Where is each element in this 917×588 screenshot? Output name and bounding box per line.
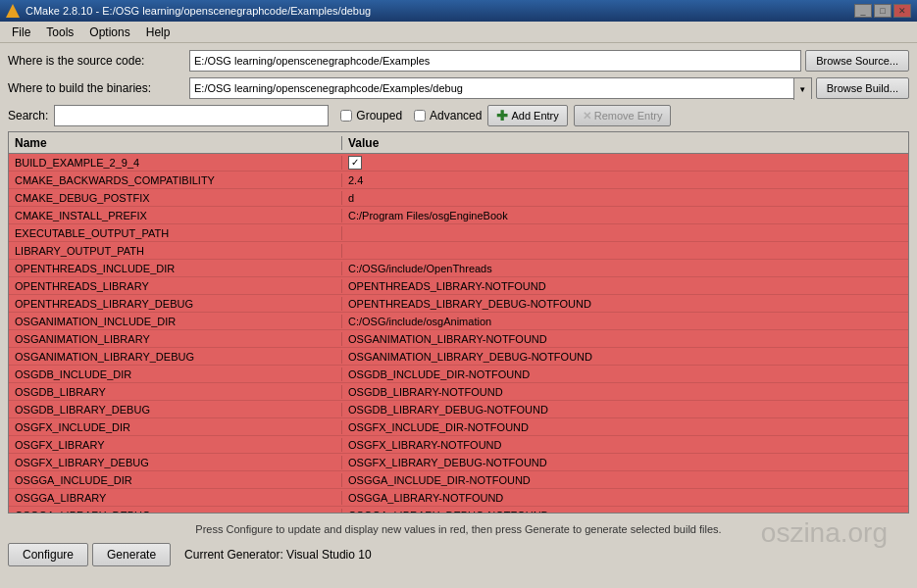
table-row[interactable]: OSGANIMATION_LIBRARY_DEBUGOSGANIMATION_L…: [9, 348, 908, 366]
cell-value: C:/Program Files/osgEngineBook: [342, 209, 908, 222]
cell-value: OSGGA_LIBRARY_DEBUG-NOTFOUND: [342, 509, 908, 514]
grouped-label: Grouped: [356, 109, 402, 122]
search-input[interactable]: [54, 105, 329, 126]
cell-name: OSGDB_LIBRARY_DEBUG: [9, 403, 342, 416]
close-button[interactable]: ✕: [893, 4, 911, 18]
table-row[interactable]: OSGDB_INCLUDE_DIROSGDB_INCLUDE_DIR-NOTFO…: [9, 366, 908, 383]
cell-name: OSGFX_LIBRARY_DEBUG: [9, 456, 342, 469]
table-row[interactable]: OPENTHREADS_LIBRARYOPENTHREADS_LIBRARY-N…: [9, 277, 908, 295]
window-controls: _ □ ✕: [854, 4, 911, 18]
main-content: Where is the source code: Browse Source.…: [0, 43, 917, 519]
cell-value: OSGFX_INCLUDE_DIR-NOTFOUND: [342, 420, 908, 434]
cell-name: BUILD_EXAMPLE_2_9_4: [9, 156, 342, 170]
configure-button[interactable]: Configure: [8, 543, 88, 566]
generate-button[interactable]: Generate: [92, 543, 171, 566]
table-body: BUILD_EXAMPLE_2_9_4✓CMAKE_BACKWARDS_COMP…: [9, 154, 908, 514]
source-label: Where is the source code:: [8, 54, 189, 68]
plus-icon: ✚: [496, 108, 508, 123]
browse-source-button[interactable]: Browse Source...: [805, 50, 909, 72]
cell-value: OSGGA_LIBRARY-NOTFOUND: [342, 491, 908, 505]
table-row[interactable]: OPENTHREADS_INCLUDE_DIRC:/OSG/include/Op…: [9, 260, 908, 277]
minimize-button[interactable]: _: [854, 4, 872, 18]
table-row[interactable]: OSGGA_LIBRARYOSGGA_LIBRARY-NOTFOUND: [9, 489, 908, 507]
cell-name: LIBRARY_OUTPUT_PATH: [9, 244, 342, 258]
status-area: Press Configure to update and display ne…: [0, 519, 917, 539]
table-row[interactable]: OSGFX_LIBRARY_DEBUGOSGFX_LIBRARY_DEBUG-N…: [9, 454, 908, 471]
cell-value: 2.4: [342, 173, 908, 187]
grouped-checkbox-group: Grouped: [340, 109, 402, 122]
cell-name: OPENTHREADS_LIBRARY_DEBUG: [9, 297, 342, 311]
cell-value: ✓: [342, 155, 908, 171]
value-checkbox[interactable]: ✓: [348, 156, 362, 170]
menu-tools[interactable]: Tools: [38, 24, 81, 41]
cell-name: OSGANIMATION_LIBRARY_DEBUG: [9, 350, 342, 364]
cell-name: CMAKE_DEBUG_POSTFIX: [9, 191, 342, 205]
search-label: Search:: [8, 109, 48, 122]
dropdown-arrow-icon[interactable]: ▼: [793, 78, 811, 100]
search-row: Search: Grouped Advanced ✚ Add Entry ✕ R…: [8, 104, 909, 127]
x-icon: ✕: [583, 110, 591, 122]
menu-file[interactable]: File: [4, 24, 38, 41]
advanced-label: Advanced: [430, 109, 482, 122]
table-row[interactable]: LIBRARY_OUTPUT_PATH: [9, 242, 908, 260]
cell-value: OSGFX_LIBRARY-NOTFOUND: [342, 438, 908, 452]
bottom-buttons-area: Configure Generate Current Generator: Vi…: [0, 539, 917, 570]
table-row[interactable]: OPENTHREADS_LIBRARY_DEBUGOPENTHREADS_LIB…: [9, 295, 908, 313]
cell-value: C:/OSG/include/OpenThreads: [342, 262, 908, 275]
source-input[interactable]: [189, 50, 801, 72]
build-path-value: E:/OSG learning/openscenegraphcode/Examp…: [194, 82, 463, 94]
table-row[interactable]: BUILD_EXAMPLE_2_9_4✓: [9, 154, 908, 172]
cell-name: EXECUTABLE_OUTPUT_PATH: [9, 226, 342, 240]
cell-value: [342, 232, 908, 234]
advanced-checkbox[interactable]: [414, 110, 426, 122]
build-dropdown[interactable]: E:/OSG learning/openscenegraphcode/Examp…: [189, 77, 812, 99]
cell-value: d: [342, 191, 908, 205]
cell-value: OPENTHREADS_LIBRARY_DEBUG-NOTFOUND: [342, 297, 908, 311]
cell-name: CMAKE_BACKWARDS_COMPATIBILITY: [9, 173, 342, 187]
browse-build-button[interactable]: Browse Build...: [816, 77, 909, 99]
app-icon: [6, 4, 20, 18]
table-row[interactable]: OSGDB_LIBRARY_DEBUGOSGDB_LIBRARY_DEBUG-N…: [9, 401, 908, 418]
cell-name: OSGFX_INCLUDE_DIR: [9, 420, 342, 434]
table-header: Name Value: [9, 132, 908, 154]
build-label: Where to build the binaries:: [8, 81, 189, 95]
cell-name: OPENTHREADS_LIBRARY: [9, 279, 342, 293]
table-row[interactable]: OSGGA_LIBRARY_DEBUGOSGGA_LIBRARY_DEBUG-N…: [9, 507, 908, 514]
menu-options[interactable]: Options: [81, 24, 137, 41]
cell-value: [342, 250, 908, 252]
header-value: Value: [342, 136, 908, 150]
table-row[interactable]: OSGDB_LIBRARYOSGDB_LIBRARY-NOTFOUND: [9, 383, 908, 401]
table-row[interactable]: OSGFX_INCLUDE_DIROSGFX_INCLUDE_DIR-NOTFO…: [9, 418, 908, 436]
cell-name: OSGANIMATION_INCLUDE_DIR: [9, 315, 342, 328]
menu-help[interactable]: Help: [138, 24, 178, 41]
table-row[interactable]: OSGGA_INCLUDE_DIROSGGA_INCLUDE_DIR-NOTFO…: [9, 471, 908, 489]
cell-value: OSGDB_INCLUDE_DIR-NOTFOUND: [342, 368, 908, 381]
table-row[interactable]: OSGANIMATION_LIBRARYOSGANIMATION_LIBRARY…: [9, 330, 908, 348]
generator-label: Current Generator: Visual Studio 10: [184, 548, 372, 562]
table-row[interactable]: OSGANIMATION_INCLUDE_DIRC:/OSG/include/o…: [9, 313, 908, 330]
header-name: Name: [9, 136, 342, 150]
maximize-button[interactable]: □: [874, 4, 892, 18]
title-bar: CMake 2.8.10 - E:/OSG learning/openscene…: [0, 0, 917, 22]
cell-name: OSGFX_LIBRARY: [9, 438, 342, 452]
cell-name: OSGDB_INCLUDE_DIR: [9, 368, 342, 381]
grouped-checkbox[interactable]: [340, 110, 352, 122]
cell-value: OSGGA_INCLUDE_DIR-NOTFOUND: [342, 473, 908, 487]
remove-entry-button[interactable]: ✕ Remove Entry: [574, 105, 672, 126]
table-row[interactable]: CMAKE_INSTALL_PREFIXC:/Program Files/osg…: [9, 207, 908, 224]
table-row[interactable]: CMAKE_DEBUG_POSTFIXd: [9, 189, 908, 207]
cell-value: OSGDB_LIBRARY-NOTFOUND: [342, 385, 908, 399]
window-title: CMake 2.8.10 - E:/OSG learning/openscene…: [25, 5, 854, 17]
table-row[interactable]: EXECUTABLE_OUTPUT_PATH: [9, 224, 908, 242]
menu-bar: File Tools Options Help: [0, 22, 917, 43]
cell-name: OSGGA_LIBRARY: [9, 491, 342, 505]
add-entry-button[interactable]: ✚ Add Entry: [487, 105, 567, 126]
table-row[interactable]: CMAKE_BACKWARDS_COMPATIBILITY2.4: [9, 172, 908, 189]
advanced-checkbox-group: Advanced: [414, 109, 482, 122]
table-row[interactable]: OSGFX_LIBRARYOSGFX_LIBRARY-NOTFOUND: [9, 436, 908, 454]
add-entry-label: Add Entry: [511, 110, 558, 122]
cell-name: OSGDB_LIBRARY: [9, 385, 342, 399]
cell-value: OPENTHREADS_LIBRARY-NOTFOUND: [342, 279, 908, 293]
cell-name: OSGGA_INCLUDE_DIR: [9, 473, 342, 487]
source-row: Where is the source code: Browse Source.…: [8, 49, 909, 73]
